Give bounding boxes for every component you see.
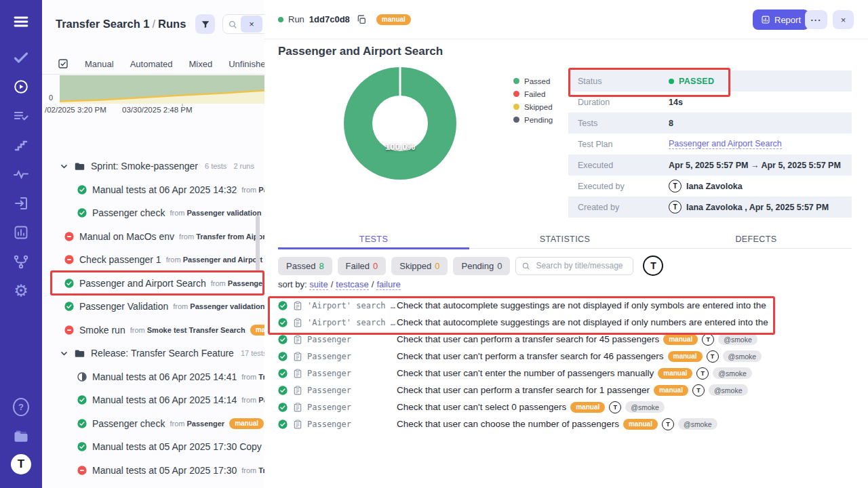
- milestones-stairs-icon[interactable]: [13, 137, 29, 153]
- scrollbar-thumb[interactable]: [256, 216, 260, 271]
- tests-check-icon[interactable]: [13, 49, 29, 66]
- tree-run-item[interactable]: Passenger and Airport Searchfrom Passeng…: [42, 272, 264, 296]
- workspace-logo[interactable]: T: [11, 454, 31, 474]
- filter-failed-button[interactable]: Failed0: [338, 257, 387, 275]
- breadcrumb-project[interactable]: Transfer Search 1: [56, 18, 150, 30]
- tab-statistics[interactable]: STATISTICS: [469, 230, 660, 248]
- smoke-tag: @smoke: [713, 367, 752, 379]
- projects-folder-icon[interactable]: [13, 428, 29, 444]
- assignee-avatar: T: [702, 333, 714, 346]
- run-label: Passenger and Airport Search: [79, 278, 206, 289]
- tree-run-item[interactable]: Check passenger 1from Passenger and Airp…: [42, 248, 264, 272]
- folder-icon: [74, 348, 85, 359]
- chart-x-label-1: /02/2025 3:20 PM: [45, 106, 106, 114]
- tree-run-item[interactable]: Manual tests at 06 Apr 2025 14:14from Pa…: [42, 388, 264, 412]
- copy-icon[interactable]: [356, 14, 367, 25]
- icon-sidebar: ⚙ ? T: [0, 0, 42, 488]
- run-status-passed-icon: [64, 279, 74, 288]
- tree-run-item[interactable]: Manual tests at 06 Apr 2025 14:4: [42, 482, 264, 488]
- detail-label: Duration: [568, 98, 669, 107]
- tab-tests[interactable]: TESTS: [278, 230, 469, 248]
- analytics-chart-icon[interactable]: [13, 224, 29, 241]
- tab-defects[interactable]: DEFECTS: [660, 230, 852, 248]
- tree-run-item[interactable]: Passenger checkfrom Passengermanual6: [42, 412, 264, 436]
- test-title: Check that user can't enter the number o…: [397, 368, 654, 378]
- filter-skipped-button[interactable]: Skipped0: [391, 257, 448, 275]
- filter-pending-button[interactable]: Pending0: [453, 257, 510, 275]
- run-label: Passenger check: [92, 418, 165, 429]
- donut-segment-gap: [399, 67, 401, 96]
- run-source: from Tran: [241, 373, 264, 381]
- tree-run-item[interactable]: Manual tests at 06 Apr 2025 14:32from Pa…: [42, 178, 264, 202]
- help-icon[interactable]: ?: [13, 399, 29, 415]
- clipboard-icon: [293, 335, 302, 344]
- run-status-passed-icon: [77, 208, 87, 218]
- run-source: from Pass: [241, 186, 264, 194]
- tree-folder-item[interactable]: Sprint: Smoke-passenger6 tests2 runs: [42, 155, 264, 178]
- test-row[interactable]: PassengerCheck that user can choose the …: [278, 415, 861, 432]
- run-status-failed-icon: [64, 255, 74, 264]
- run-status-passed-icon: [64, 302, 74, 311]
- test-suite-name: Passenger: [307, 420, 397, 429]
- assignee-avatar: T: [696, 367, 709, 380]
- clipboard-icon: [293, 318, 302, 327]
- test-title-wrap: Check that autocomplete suggestings are …: [397, 317, 768, 327]
- tree-run-item[interactable]: Passenger Validationfrom Passenger valid…: [42, 295, 264, 319]
- test-row[interactable]: 'Airport' search …Check that autocomplet…: [278, 297, 861, 314]
- test-status-passed-icon: [278, 318, 288, 327]
- tree-run-item[interactable]: Manual on MacOs envfrom Transfer from Ai…: [42, 225, 264, 249]
- close-run-button[interactable]: ×: [833, 10, 854, 29]
- test-row[interactable]: PassengerCheck that user can perform a t…: [278, 382, 861, 399]
- test-row[interactable]: PassengerCheck that user can perform a t…: [278, 331, 861, 348]
- import-icon[interactable]: [13, 195, 29, 211]
- more-actions-button[interactable]: ···: [805, 10, 827, 29]
- run-info: Run 1dd7c0d8 manual: [278, 0, 411, 39]
- legend-label: Failed: [524, 90, 545, 98]
- tree-run-item[interactable]: Smoke runfrom Smoke test Transfer Search…: [42, 319, 264, 342]
- tree-run-item[interactable]: Manual tests at 05 Apr 2025 17:30 Copyfr…: [42, 435, 264, 459]
- runs-tab-mixed[interactable]: Mixed: [189, 59, 213, 69]
- folder-icon: [74, 161, 85, 172]
- detail-label: Created by: [568, 203, 669, 212]
- runs-play-icon[interactable]: [13, 79, 29, 95]
- branch-icon[interactable]: [13, 253, 29, 270]
- test-row[interactable]: PassengerCheck that user can't enter the…: [278, 365, 861, 382]
- tree-folder-item[interactable]: Release: Transfer Search Feature17 tests…: [42, 342, 264, 365]
- select-all-icon[interactable]: [58, 58, 68, 69]
- run-label: Manual on MacOs env: [79, 231, 174, 242]
- settings-gear-icon[interactable]: ⚙: [13, 283, 29, 299]
- sort-by-suite[interactable]: suite: [309, 279, 328, 290]
- test-row[interactable]: PassengerCheck that user can't select 0 …: [278, 399, 861, 415]
- test-plan-link[interactable]: Passenger and Airport Search: [669, 139, 782, 149]
- pulse-activity-icon[interactable]: [13, 166, 29, 182]
- test-row[interactable]: 'Airport' search …Check that autocomplet…: [278, 314, 861, 331]
- smoke-tag: @smoke: [723, 350, 762, 362]
- tests-search-box[interactable]: [515, 257, 633, 275]
- status-text: PASSED: [679, 77, 714, 86]
- legend-dot: [513, 104, 519, 110]
- sort-by-failure[interactable]: failure: [376, 279, 400, 290]
- tree-run-item[interactable]: Manual tests at 05 Apr 2025 17:30from Tr…: [42, 459, 264, 483]
- runs-tab-manual[interactable]: Manual: [85, 59, 114, 69]
- run-label: Manual tests at 06 Apr 2025 14:32: [92, 184, 237, 195]
- runs-tab-automated[interactable]: Automated: [130, 59, 173, 69]
- menu-icon[interactable]: [13, 14, 29, 30]
- chevron-down-icon[interactable]: [60, 162, 68, 171]
- chevron-down-icon[interactable]: [60, 349, 68, 358]
- filter-passed-button[interactable]: Passed8: [278, 257, 332, 275]
- run-status-dot: [278, 17, 283, 22]
- legend-dot: [513, 78, 519, 84]
- tree-run-item[interactable]: Manual tests at 06 Apr 2025 14:41from Tr…: [42, 365, 264, 389]
- report-button[interactable]: Report: [753, 9, 809, 30]
- test-row[interactable]: PassengerCheck that user can't perform a…: [278, 348, 861, 365]
- run-label: Manual tests at 05 Apr 2025 17:30 Copy: [92, 441, 262, 452]
- user-avatar[interactable]: T: [643, 256, 663, 276]
- tests-search-input[interactable]: [534, 260, 627, 271]
- clear-search-button[interactable]: ×: [241, 16, 262, 33]
- sort-by-bar: sort by: suite/testcase/failure: [278, 279, 401, 289]
- sort-by-testcase[interactable]: testcase: [336, 279, 368, 290]
- filter-button[interactable]: [195, 14, 215, 34]
- plans-list-check-icon[interactable]: [13, 108, 29, 124]
- tree-run-item[interactable]: Passenger checkfrom Passenger validation…: [42, 201, 264, 225]
- runs-tab-unfinished[interactable]: Unfinished: [229, 59, 265, 69]
